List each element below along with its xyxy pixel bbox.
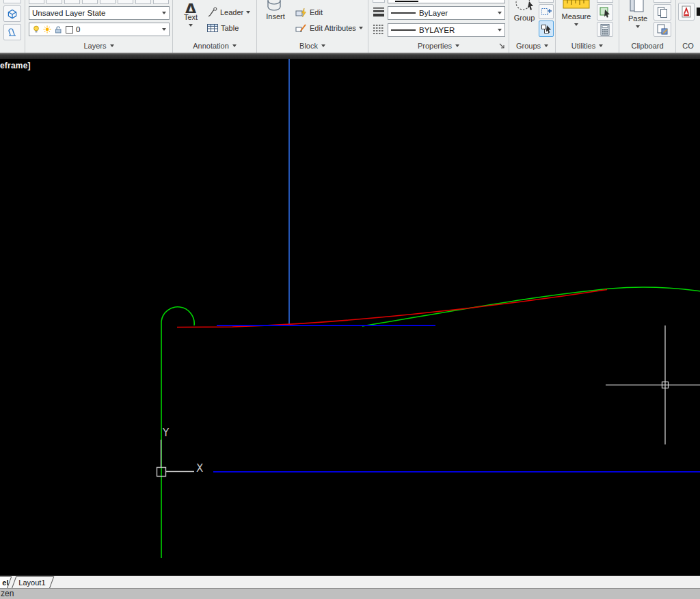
- panel-footer-content[interactable]: CO: [676, 39, 700, 53]
- panel-title: CO: [682, 42, 694, 50]
- named-views-button[interactable]: [3, 5, 21, 22]
- edit-attributes-button[interactable]: Edit Attributes: [295, 21, 363, 35]
- panel-footer-utilities[interactable]: Utilities: [556, 39, 619, 53]
- partial-button[interactable]: [118, 0, 133, 4]
- ribbon-bottom-edge: [0, 53, 700, 59]
- unlock-icon: [54, 25, 63, 34]
- layer-color-swatch: [66, 26, 73, 34]
- tab-model-label: el: [0, 577, 9, 587]
- command-line-text: zen: [1, 589, 14, 598]
- cube-icon: [6, 8, 18, 19]
- lineweight-icon: [373, 6, 385, 18]
- ucs-icon[interactable]: Y X: [157, 427, 204, 477]
- partial-button[interactable]: [46, 0, 62, 4]
- panel-expand-icon: [599, 44, 603, 47]
- paste-special-button[interactable]: [654, 22, 671, 37]
- partial-button[interactable]: [3, 0, 21, 3]
- chevron-down-icon: [498, 12, 502, 14]
- viewport-control-label[interactable]: eframe]: [0, 61, 31, 70]
- pdf-icon: [681, 5, 692, 18]
- panel-expand-icon: [232, 44, 237, 47]
- partial-button[interactable]: [373, 0, 385, 3]
- tab-layout1[interactable]: Layout1: [12, 576, 55, 589]
- partial-button[interactable]: [64, 0, 80, 4]
- panel-footer-annotation[interactable]: Annotation: [173, 39, 256, 53]
- tab-model[interactable]: el: [0, 576, 12, 589]
- green-curve-right[interactable]: [362, 287, 700, 326]
- group-button[interactable]: Group: [511, 0, 537, 37]
- partial-button[interactable]: [135, 0, 151, 4]
- crosshair-cursor: [606, 325, 700, 444]
- chevron-down-icon: [162, 12, 166, 14]
- lineweight-sample: [391, 12, 416, 14]
- panel-content-partial: CO: [676, 0, 700, 53]
- ungroup-button[interactable]: [539, 4, 554, 19]
- quick-calculator-button[interactable]: [597, 22, 613, 37]
- insert-button-label: Insert: [266, 12, 285, 21]
- color-combo-partial[interactable]: [388, 0, 505, 3]
- panel-utilities: Measure: [556, 0, 619, 53]
- ucs-x-label: X: [196, 462, 203, 475]
- partial-button[interactable]: [539, 0, 554, 3]
- group-icon: [514, 0, 535, 13]
- chevron-down-icon: [636, 25, 640, 28]
- panel-groups: Group Groups: [509, 0, 556, 53]
- stamp-icon: [6, 27, 18, 38]
- panel-expand-icon: [544, 44, 548, 47]
- layer-combo[interactable]: 0: [29, 23, 170, 36]
- quick-select-button[interactable]: [597, 4, 613, 21]
- panel-title: Block: [299, 42, 318, 50]
- panel-expand-icon: [321, 44, 325, 47]
- command-line[interactable]: zen: [0, 589, 700, 599]
- layer-state-combo[interactable]: Unsaved Layer State: [29, 6, 170, 20]
- ucs-y-label: Y: [162, 427, 170, 439]
- leader-button-label: Leader: [220, 8, 243, 16]
- insert-button[interactable]: Insert: [261, 0, 290, 37]
- paste-button[interactable]: Paste: [625, 0, 651, 37]
- panel-footer-groups[interactable]: Groups: [509, 39, 555, 53]
- ruler-icon: [563, 0, 590, 10]
- group-selection-toggle[interactable]: [539, 21, 554, 37]
- panel-view-mini: [0, 0, 25, 53]
- panel-block: Insert Edit Edit Attributes Block: [257, 0, 368, 53]
- panel-clipboard: Paste Clipboard: [619, 0, 676, 53]
- panel-footer-layers[interactable]: Layers: [25, 39, 172, 53]
- linetype-combo[interactable]: BYLAYER: [388, 23, 505, 37]
- text-button[interactable]: A Text: [178, 0, 203, 37]
- block-edit-button[interactable]: Edit: [295, 5, 323, 19]
- partial-button[interactable]: [82, 0, 98, 4]
- panel-footer-block[interactable]: Block: [257, 39, 368, 53]
- lineweight-combo[interactable]: ByLayer: [388, 6, 505, 20]
- panel-footer-clipboard[interactable]: Clipboard: [619, 39, 675, 53]
- lightbulb-icon: [32, 25, 40, 34]
- partial-button[interactable]: [597, 0, 613, 3]
- paste-clipboard-icon: [629, 0, 647, 12]
- text-button-label: Text: [184, 13, 198, 21]
- autocad-window: Unsaved Layer State: [0, 0, 700, 599]
- panel-title: Properties: [418, 42, 452, 50]
- panel-title: Annotation: [193, 42, 229, 50]
- measure-button[interactable]: Measure: [560, 0, 593, 37]
- partial-button[interactable]: [153, 0, 169, 4]
- table-button[interactable]: Table: [207, 21, 239, 35]
- partial-button[interactable]: [654, 0, 671, 3]
- paste-button-label: Paste: [628, 14, 647, 23]
- chevron-down-icon: [189, 24, 193, 27]
- dialog-launcher-icon[interactable]: [499, 43, 505, 49]
- paste-special-icon: [656, 24, 669, 36]
- table-icon: [207, 23, 218, 33]
- drawing-canvas[interactable]: eframe] Y X: [0, 59, 700, 576]
- visual-style-button[interactable]: [3, 24, 21, 40]
- linetype-value: BYLAYER: [419, 26, 455, 34]
- panel-footer-properties[interactable]: Properties: [368, 39, 509, 53]
- insert-block-icon: [265, 0, 286, 11]
- copy-clip-button[interactable]: [654, 4, 671, 21]
- partial-button[interactable]: [100, 0, 116, 4]
- color-line-sample: [395, 1, 418, 2]
- panel-footer-view[interactable]: [0, 39, 25, 53]
- panel-annotation: A Text Leader Tab: [173, 0, 257, 53]
- leader-button[interactable]: Leader: [207, 5, 250, 19]
- partial-button[interactable]: [29, 0, 44, 4]
- export-pdf-button[interactable]: [678, 3, 695, 21]
- drawing-entities: [161, 59, 700, 558]
